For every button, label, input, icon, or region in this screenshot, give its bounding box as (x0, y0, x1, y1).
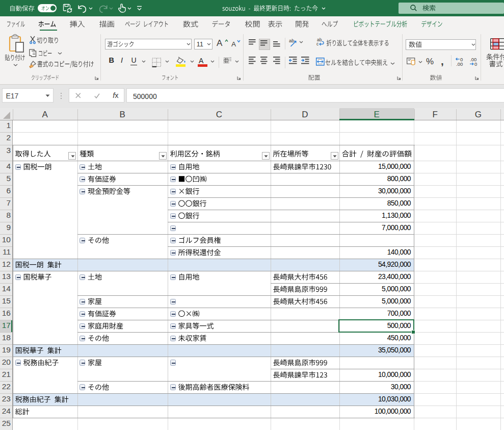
svg-text:ab: ab (289, 38, 295, 43)
svg-text:0: 0 (474, 61, 477, 67)
svg-text:.00: .00 (456, 61, 463, 67)
